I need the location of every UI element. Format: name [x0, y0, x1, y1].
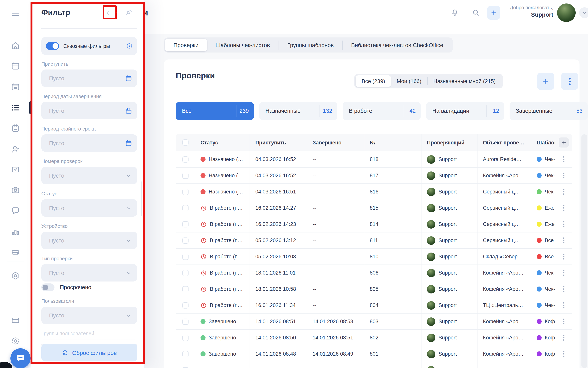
field-input-date[interactable]: Пусто [41, 70, 137, 87]
field-input-select[interactable]: Пусто [41, 232, 137, 249]
filter-fields-users: ПользователиПусто [41, 298, 137, 331]
tab-0[interactable]: Проверки [165, 39, 207, 51]
sidebar-item-calendar-date[interactable] [11, 82, 20, 92]
sidebar-item-nut[interactable] [11, 271, 20, 280]
object-cell: Кофейня «Аро… [477, 330, 531, 346]
table-row[interactable]: Завершено14.01.2026 08:4814.01.2026 08:4… [176, 346, 572, 362]
table-row[interactable]: Назначено (…04.03.2026 16:52--817Support… [176, 167, 572, 184]
status-chip-0[interactable]: Все239 [176, 102, 254, 120]
row-checkbox[interactable] [182, 367, 188, 368]
chevron-right-icon[interactable] [113, 10, 119, 15]
sidebar-item-checklist[interactable] [11, 103, 20, 112]
row-menu-button[interactable] [563, 270, 564, 276]
row-checkbox[interactable] [182, 172, 188, 179]
row-menu-button[interactable] [563, 319, 564, 325]
sidebar-item-calendar[interactable] [11, 61, 20, 71]
scope-tab-1[interactable]: Мои (166) [391, 75, 427, 87]
filter-scrollbar[interactable] [141, 182, 142, 216]
row-checkbox[interactable] [182, 221, 188, 227]
select-all-checkbox[interactable] [182, 139, 188, 146]
table-row[interactable]: В работе (п…05.02.2026 13:12--811Support… [176, 232, 572, 248]
table-row[interactable]: В работе (п…18.01.2026 10:58--805Support… [176, 281, 572, 297]
table-row[interactable]: Назначено (…04.03.2026 16:51--816Support… [176, 184, 572, 200]
field-placeholder: Пусто [41, 270, 64, 276]
sidebar-item-chat[interactable] [11, 206, 20, 215]
sidebar-item-notepad[interactable] [11, 124, 20, 133]
row-menu-button[interactable] [563, 173, 564, 179]
chevron-left-icon[interactable] [105, 10, 111, 15]
row-menu-button[interactable] [563, 302, 564, 308]
add-button[interactable] [487, 6, 500, 20]
sidebar-item-menu[interactable] [11, 9, 20, 18]
field-input-select[interactable]: Пусто [41, 167, 137, 184]
tab-3[interactable]: Библиотека чек-листов CheckOffice [343, 39, 452, 51]
row-menu-button[interactable] [563, 205, 564, 211]
row-checkbox[interactable] [182, 302, 188, 308]
tab-1[interactable]: Шаблоны чек-листов [207, 39, 278, 51]
field-input-select[interactable]: Пусто [41, 307, 137, 324]
cross-filters-toggle[interactable] [46, 42, 59, 50]
table-scrollbar[interactable] [581, 134, 587, 368]
row-checkbox[interactable] [182, 237, 188, 243]
info-icon[interactable] [126, 43, 132, 49]
table-row[interactable]: В работе (п…16.02.2026 14:23--814Support… [176, 216, 572, 232]
row-checkbox[interactable] [182, 318, 188, 325]
create-inspection-button[interactable] [537, 73, 554, 90]
add-column-button[interactable] [559, 138, 569, 147]
status-chip-3[interactable]: На валидации12 [426, 102, 504, 120]
status-chip-4[interactable]: Завершенные53 [510, 102, 588, 120]
bell-icon[interactable] [451, 9, 459, 17]
status-chip-2[interactable]: В работе42 [343, 102, 421, 120]
finished-cell: -- [307, 232, 364, 248]
overdue-toggle[interactable] [41, 284, 55, 291]
row-checkbox[interactable] [182, 270, 188, 276]
row-menu-button[interactable] [563, 238, 564, 243]
table-row[interactable]: В работе (п…16.02.2026 14:27--815Support… [176, 200, 572, 216]
row-checkbox[interactable] [182, 351, 188, 357]
avatar[interactable] [557, 3, 576, 22]
field-input-date[interactable]: Пусто [41, 134, 137, 152]
row-menu-button[interactable] [563, 189, 564, 195]
status-chip-1[interactable]: Назначенные132 [259, 102, 337, 120]
row-menu-button[interactable] [563, 351, 564, 357]
sidebar-item-bar-chart[interactable] [11, 227, 20, 236]
table-row[interactable]: В работе (п…16.01.2026 11:34--804Support… [176, 297, 572, 313]
sidebar-item-credit-card[interactable] [11, 315, 20, 325]
sidebar-item-task-check[interactable] [11, 165, 20, 174]
table-row[interactable]: Назначено (…04.03.2026 16:52--818Support… [176, 151, 572, 167]
tab-2[interactable]: Группы шаблонов [279, 39, 342, 51]
scope-tab-0[interactable]: Все (239) [356, 75, 391, 87]
row-menu-button[interactable] [563, 286, 564, 292]
sidebar-item-home[interactable] [11, 41, 20, 50]
table-row[interactable]: Завершено14.01.2026 08:5114.01.2026 08:5… [176, 313, 572, 329]
pin-icon[interactable] [126, 9, 132, 16]
row-menu-button[interactable] [563, 221, 564, 227]
sidebar-item-storage[interactable] [11, 248, 20, 257]
row-checkbox[interactable] [182, 254, 188, 260]
row-menu-button[interactable] [563, 335, 564, 341]
scope-tab-2[interactable]: Назначенные мной (215) [428, 75, 501, 87]
reset-filters-button[interactable]: Сброс фильтров [41, 344, 137, 361]
row-checkbox[interactable] [182, 205, 188, 211]
field-input-select[interactable]: Пусто [41, 199, 137, 217]
finished-cell: -- [307, 151, 364, 167]
search-icon[interactable] [472, 9, 480, 17]
sidebar-item-settings[interactable] [11, 336, 20, 346]
row-checkbox[interactable] [182, 156, 188, 162]
field-input-date[interactable]: Пусто [41, 102, 137, 119]
chat-fab-button[interactable] [10, 348, 30, 368]
row-checkbox[interactable] [182, 189, 188, 195]
started-cell: 04.03.2026 16:51 [250, 184, 307, 200]
template-color-dot [537, 254, 542, 259]
row-checkbox[interactable] [182, 286, 188, 292]
table-row[interactable]: Завершено14.01.2026 08:5014.01.2026 08:5… [176, 329, 572, 346]
row-checkbox[interactable] [182, 335, 188, 341]
sidebar-item-user-check[interactable] [11, 144, 20, 154]
field-input-select[interactable]: Пусто [41, 264, 137, 282]
table-row[interactable]: В работе (п…05.02.2026 10:03--810Support… [176, 248, 572, 265]
sidebar-item-camera[interactable] [11, 185, 20, 195]
more-actions-button[interactable] [561, 73, 578, 90]
row-menu-button[interactable] [563, 156, 564, 162]
row-menu-button[interactable] [563, 254, 564, 260]
table-row[interactable]: В работе (п…18.01.2026 11:01--806Support… [176, 265, 572, 281]
